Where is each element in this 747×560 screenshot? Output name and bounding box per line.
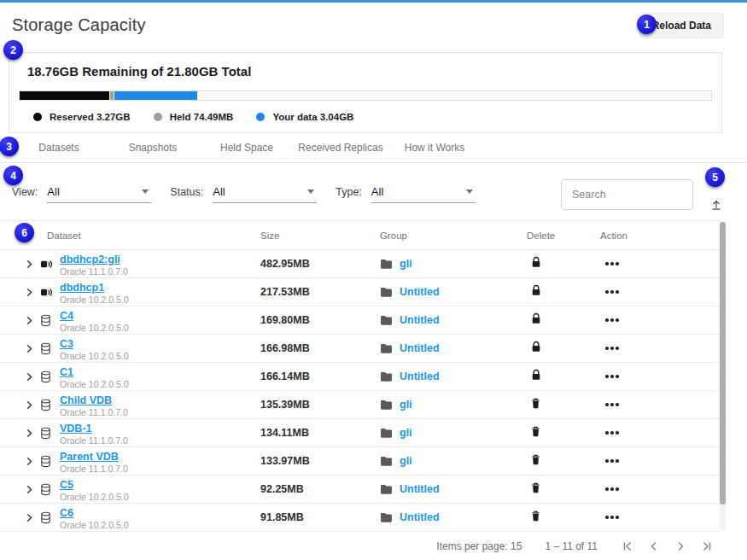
row-expander[interactable] <box>24 456 35 467</box>
dataset-link[interactable]: C5 <box>60 480 73 491</box>
capacity-segment-reserved <box>20 91 109 100</box>
table-row: dbdhcp1Oracle 10.2.0.5.0217.53MBUntitled <box>0 278 720 306</box>
group-link[interactable]: Untitled <box>400 342 440 354</box>
row-actions-button[interactable] <box>605 318 619 322</box>
row-expander[interactable] <box>24 343 35 354</box>
row-expander[interactable] <box>24 287 35 298</box>
dataset-link[interactable]: Child VDB <box>60 395 112 406</box>
legend-dot-icon <box>256 113 265 121</box>
dataset-link[interactable]: C3 <box>60 339 73 350</box>
row-expander[interactable] <box>24 371 35 382</box>
vdb-icon <box>40 512 51 527</box>
group-link[interactable]: gli <box>400 427 412 439</box>
lock-icon <box>531 258 541 271</box>
row-expander[interactable] <box>24 259 35 270</box>
filter-view: View:All <box>12 185 151 203</box>
group-link[interactable]: gli <box>400 399 412 411</box>
dataset-link[interactable]: dbdhcp1 <box>60 283 104 294</box>
row-expander[interactable] <box>24 428 35 439</box>
tab-snapshots[interactable]: Snapshots <box>106 142 200 154</box>
row-actions-button[interactable] <box>605 403 619 406</box>
tab-received-replicas[interactable]: Received Replicas <box>294 142 388 154</box>
dsource-icon <box>40 259 54 273</box>
legend-item-held: Held 74.49MB <box>154 112 234 122</box>
tab-bar: DatasetsSnapshotsHeld SpaceReceived Repl… <box>0 133 747 163</box>
dataset-size: 169.80MB <box>260 314 380 326</box>
pagination-footer: Items per page: 15 1 – 11 of 11 <box>0 532 747 560</box>
status-filter-select[interactable]: All <box>213 185 317 203</box>
group-link[interactable]: Untitled <box>400 314 440 326</box>
group-link[interactable]: Untitled <box>400 483 440 495</box>
vertical-scrollbar[interactable] <box>720 221 726 531</box>
ellipsis-icon <box>605 318 619 322</box>
row-actions-button[interactable] <box>605 347 619 350</box>
annotation-badge-2: 2 <box>3 40 23 60</box>
row-actions-button[interactable] <box>605 487 619 491</box>
dataset-link[interactable]: dbdhcp2:gli <box>60 254 120 265</box>
legend-label: Held 74.49MB <box>170 112 234 122</box>
row-actions-button[interactable] <box>605 431 619 435</box>
locked-delete-button[interactable] <box>531 312 541 324</box>
delete-button[interactable] <box>531 510 540 522</box>
delete-button[interactable] <box>531 482 540 493</box>
tab-datasets[interactable]: Datasets <box>12 142 106 154</box>
scrollbar-thumb[interactable] <box>720 222 726 505</box>
dataset-subtitle: Oracle 11.1.0.7.0 <box>60 408 260 417</box>
table-row: VDB-1Oracle 11.1.0.7.0134.11MBgli <box>0 419 720 447</box>
group-link[interactable]: gli <box>400 455 412 467</box>
row-expander[interactable] <box>24 484 35 495</box>
capacity-segment-held <box>110 91 114 100</box>
filter-label-view: View: <box>12 186 38 198</box>
locked-delete-button[interactable] <box>531 369 541 381</box>
dataset-subtitle: Oracle 11.1.0.7.0 <box>60 436 260 446</box>
export-button[interactable] <box>709 197 723 211</box>
dataset-link[interactable]: C1 <box>60 367 73 378</box>
type-filter-select[interactable]: All <box>371 185 476 203</box>
tab-how-it-works[interactable]: How it Works <box>388 142 481 154</box>
row-actions-button[interactable] <box>605 375 619 378</box>
dataset-size: 92.25MB <box>260 483 380 495</box>
row-expander[interactable] <box>24 512 35 523</box>
group-link[interactable]: Untitled <box>400 370 440 382</box>
ellipsis-icon <box>605 431 619 435</box>
row-actions-button[interactable] <box>605 459 619 463</box>
group-link[interactable]: gli <box>400 258 412 270</box>
locked-delete-button[interactable] <box>531 341 541 353</box>
dataset-link[interactable]: Parent VDB <box>60 452 119 463</box>
group-link[interactable]: Untitled <box>400 511 440 523</box>
column-header-group: Group <box>380 230 527 241</box>
annotation-badge-5: 5 <box>705 167 725 187</box>
vdb-icon <box>40 343 51 358</box>
items-per-page-label: Items per page: 15 <box>436 540 522 552</box>
row-actions-button[interactable] <box>605 290 619 294</box>
folder-icon <box>380 285 393 300</box>
filter-status: Status:All <box>170 185 317 203</box>
locked-delete-button[interactable] <box>531 284 541 296</box>
dataset-subtitle: Oracle 10.2.0.5.0 <box>60 493 260 502</box>
folder-icon <box>380 341 393 356</box>
prev-page-button[interactable] <box>645 539 663 554</box>
dataset-link[interactable]: C4 <box>60 311 73 322</box>
search-input[interactable] <box>561 179 693 210</box>
view-filter-select[interactable]: All <box>47 185 151 203</box>
select-value: All <box>213 185 225 198</box>
row-expander[interactable] <box>24 315 35 326</box>
row-actions-button[interactable] <box>605 516 619 519</box>
first-page-button[interactable] <box>618 539 637 554</box>
row-expander[interactable] <box>24 400 35 411</box>
locked-delete-button[interactable] <box>531 256 541 268</box>
delete-button[interactable] <box>531 398 540 409</box>
chevron-right-icon <box>24 513 35 526</box>
delete-button[interactable] <box>531 426 540 437</box>
delete-button[interactable] <box>531 454 540 465</box>
folder-icon <box>380 426 393 440</box>
dataset-link[interactable]: C6 <box>60 508 73 519</box>
last-page-button[interactable] <box>697 539 716 554</box>
tab-held-space[interactable]: Held Space <box>200 142 294 154</box>
row-actions-button[interactable] <box>605 262 619 265</box>
folder-icon <box>380 370 393 384</box>
group-link[interactable]: Untitled <box>400 286 440 298</box>
dataset-subtitle: Oracle 10.2.0.5.0 <box>60 521 260 530</box>
next-page-button[interactable] <box>671 539 690 554</box>
dataset-link[interactable]: VDB-1 <box>60 423 92 435</box>
